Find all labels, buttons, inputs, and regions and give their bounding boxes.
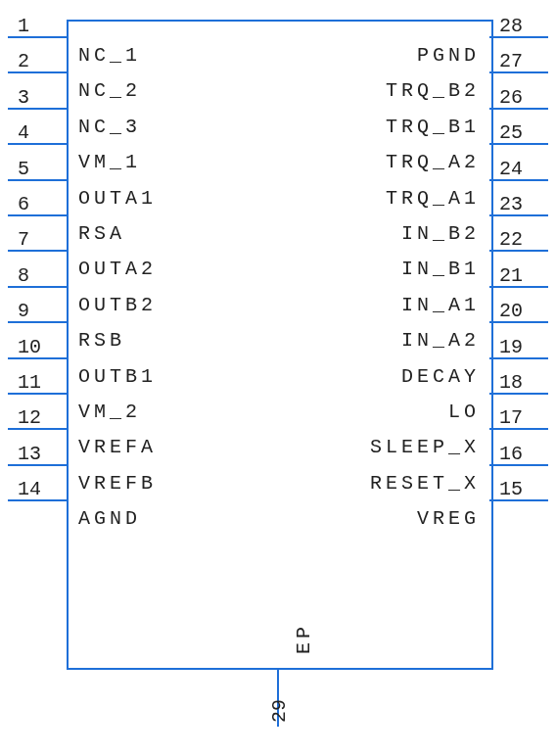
- pin-line-left-8: [8, 286, 67, 288]
- pin-number-13: 13: [18, 443, 41, 465]
- pin-label-vrefa: VREFA: [78, 436, 157, 458]
- pin-line-left-4: [8, 143, 67, 145]
- pin-label-vm_1: VM_1: [78, 151, 141, 173]
- pin-number-5: 5: [18, 158, 29, 180]
- pin-number-12: 12: [18, 406, 41, 429]
- pin-label-trq_a2: TRQ_A2: [386, 151, 480, 173]
- pin-line-left-2: [8, 71, 67, 73]
- pin-label-in_b1: IN_B1: [401, 258, 480, 280]
- pin-label-nc_1: NC_1: [78, 44, 141, 67]
- pin-number-8: 8: [18, 264, 29, 287]
- pin-line-left-1: [8, 36, 67, 38]
- pin-number-10: 10: [18, 336, 41, 358]
- pin-number-9: 9: [18, 300, 29, 322]
- pin-number-26: 26: [499, 86, 523, 109]
- pin-label-rsb: RSB: [78, 329, 125, 352]
- pin-number-17: 17: [499, 406, 523, 429]
- pin-number-22: 22: [499, 228, 523, 251]
- pin-number-29: 29: [268, 699, 291, 723]
- pin-label-vreg: VREG: [417, 507, 480, 530]
- pin-number-6: 6: [18, 193, 29, 215]
- pin-number-28: 28: [499, 15, 523, 37]
- pin-number-18: 18: [499, 371, 523, 394]
- pin-label-pgnd: PGND: [417, 44, 480, 67]
- pin-number-1: 1: [18, 15, 29, 37]
- pin-line-left-7: [8, 250, 67, 252]
- pin-number-3: 3: [18, 86, 29, 109]
- pin-number-2: 2: [18, 50, 29, 72]
- pin-label-vm_2: VM_2: [78, 401, 141, 423]
- pin-number-15: 15: [499, 478, 523, 500]
- pin-label-in_a2: IN_A2: [401, 329, 480, 352]
- pin-label-outa2: OUTA2: [78, 258, 157, 280]
- pin-label-decay: DECAY: [401, 365, 480, 388]
- pin-label-trq_a1: TRQ_A1: [386, 187, 480, 210]
- pin-number-7: 7: [18, 228, 29, 251]
- pin-number-27: 27: [499, 50, 523, 72]
- pin-label-nc_2: NC_2: [78, 79, 141, 102]
- pin-label-outb1: OUTB1: [78, 365, 157, 388]
- pin-label-vrefb: VREFB: [78, 472, 157, 495]
- pin-label-in_b2: IN_B2: [401, 222, 480, 245]
- pin-number-21: 21: [499, 264, 523, 287]
- pin-label-nc_3: NC_3: [78, 116, 141, 138]
- pin-number-4: 4: [18, 121, 29, 144]
- pin-number-14: 14: [18, 478, 41, 500]
- pin-label-trq_b1: TRQ_B1: [386, 116, 480, 138]
- pin-label-agnd: AGND: [78, 507, 141, 530]
- pin-label-rsa: RSA: [78, 222, 125, 245]
- pin-label-outb2: OUTB2: [78, 294, 157, 316]
- pin-number-25: 25: [499, 121, 523, 144]
- pin-number-20: 20: [499, 300, 523, 322]
- pin-number-11: 11: [18, 371, 41, 394]
- pin-line-left-5: [8, 179, 67, 181]
- pin-label-in_a1: IN_A1: [401, 294, 480, 316]
- pin-label-reset_x: RESET_X: [370, 472, 480, 495]
- pin-label-outa1: OUTA1: [78, 187, 157, 210]
- pin-line-left-9: [8, 321, 67, 323]
- pin-line-left-3: [8, 108, 67, 110]
- pin-label-trq_b2: TRQ_B2: [386, 79, 480, 102]
- pin-line-left-6: [8, 214, 67, 216]
- pin-number-23: 23: [499, 193, 523, 215]
- pin-number-19: 19: [499, 336, 523, 358]
- pin-number-24: 24: [499, 158, 523, 180]
- pin-number-16: 16: [499, 443, 523, 465]
- pin-label-sleep_x: SLEEP_X: [370, 436, 480, 458]
- pin-label-ep: EP: [293, 623, 315, 654]
- pin-label-lo: LO: [448, 401, 480, 423]
